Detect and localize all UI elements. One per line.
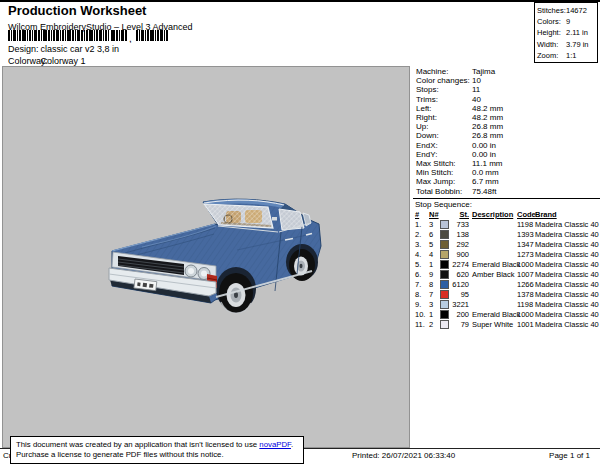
stop-needle-number: 1 xyxy=(429,310,440,320)
stop-needle-number: 1 xyxy=(429,260,440,270)
thread-color-swatch-cell xyxy=(440,230,451,240)
thread-brand: Madeira Classic 40 xyxy=(535,230,599,240)
machine-info-value: 75.48ft xyxy=(472,187,496,196)
thread-color-swatch-cell xyxy=(440,320,451,330)
thread-color-swatch xyxy=(440,300,449,309)
summary-row: Colors:9 xyxy=(537,16,595,27)
summary-row: Stitches:14672 xyxy=(537,5,595,16)
machine-info-value: 48.2 mm xyxy=(472,104,503,113)
thread-color-swatch-cell xyxy=(440,260,451,270)
thread-color-swatch xyxy=(440,280,449,289)
stop-needle-number: 4 xyxy=(429,250,440,260)
machine-info-row: Up:26.8 mm xyxy=(416,122,600,131)
stop-sequence-table: #N#St.DescriptionCodeBrand1.37331198Made… xyxy=(413,210,600,330)
thread-code: 1393 xyxy=(517,230,535,240)
stop-column-header: St. xyxy=(451,210,469,220)
summary-row: Height:2.11 in xyxy=(537,27,595,38)
page-title: Production Worksheet xyxy=(8,3,146,18)
design-label: Design: xyxy=(8,44,38,54)
stop-stitch-count: 2274 xyxy=(451,260,469,270)
stop-stitch-count: 79 xyxy=(451,320,469,330)
stop-column-header: Brand xyxy=(535,210,557,220)
machine-info-value: 11 xyxy=(472,85,480,94)
thread-color-swatch xyxy=(440,250,449,259)
stop-sequence-row: 10.1200Emerald Black1000Madeira Classic … xyxy=(415,310,600,320)
stop-stitch-count: 292 xyxy=(451,240,469,250)
machine-info-label: EndY: xyxy=(416,150,472,159)
thread-code: 1007 xyxy=(517,270,535,280)
stop-row-number: 2. xyxy=(415,230,429,240)
thread-description: Super White xyxy=(472,320,517,330)
thread-brand: Madeira Classic 40 xyxy=(535,220,599,230)
notice-line1-suffix: . xyxy=(291,440,293,449)
barcode: , xyxy=(8,30,176,43)
stop-sequence-row: 2.61381393Madeira Classic 40 xyxy=(415,230,600,240)
thread-brand: Madeira Classic 40 xyxy=(535,260,599,270)
stop-sequence-row: 7.861201266Madeira Classic 40 xyxy=(415,280,600,290)
machine-info-label: Trims: xyxy=(416,95,472,104)
summary-row: Width:3.79 in xyxy=(537,39,595,50)
machine-info-value: 0.00 in xyxy=(472,150,496,159)
thread-brand: Madeira Classic 40 xyxy=(535,300,599,310)
stop-column-header: Code xyxy=(517,210,535,220)
machine-info-list: Machine:TajimaColor changes:10Stops:11Tr… xyxy=(413,67,600,196)
thread-color-swatch-cell xyxy=(440,280,451,290)
design-value: classic car v2 3,8 in xyxy=(41,44,120,54)
thread-description: Amber Black xyxy=(472,270,517,280)
machine-info-row: Stops:11 xyxy=(416,85,600,94)
stop-stitch-count: 620 xyxy=(451,270,469,280)
stop-row-number: 7. xyxy=(415,280,429,290)
thread-color-swatch xyxy=(440,320,449,329)
machine-info-row: Total Bobbin:75.48ft xyxy=(416,187,600,196)
stop-needle-number: 8 xyxy=(429,280,440,290)
thread-description: Emerald Black xyxy=(472,260,517,270)
stop-stitch-count: 95 xyxy=(451,290,469,300)
machine-info-label: Total Bobbin: xyxy=(416,187,472,196)
thread-brand: Madeira Classic 40 xyxy=(535,240,599,250)
stop-row-number: 9. xyxy=(415,300,429,310)
stop-stitch-count: 200 xyxy=(451,310,469,320)
machine-info-value: 6.7 mm xyxy=(472,177,499,186)
stop-sequence-row: 4.49001273Madeira Classic 40 xyxy=(415,250,600,260)
stop-stitch-count: 3221 xyxy=(451,300,469,310)
notice-line2: Purchase a license to generate PDF files… xyxy=(16,450,298,460)
thread-color-swatch xyxy=(440,230,449,239)
thread-code: 1266 xyxy=(517,280,535,290)
machine-info-row: Right:48.2 mm xyxy=(416,113,600,122)
thread-code: 1378 xyxy=(517,290,535,300)
machine-info-label: Color changes: xyxy=(416,76,472,85)
machine-info-label: Max Stitch: xyxy=(416,159,472,168)
thread-brand: Madeira Classic 40 xyxy=(535,250,599,260)
novapdf-link[interactable]: novaPDF xyxy=(259,440,291,449)
thread-code: 1198 xyxy=(517,300,535,310)
machine-info-value: 26.8 mm xyxy=(472,131,503,140)
thread-color-swatch-cell xyxy=(440,240,451,250)
machine-info-value: Tajima xyxy=(472,67,495,76)
colorway-label: Colorway: xyxy=(8,56,38,66)
machine-info-label: Stops: xyxy=(416,85,472,94)
thread-code: 1000 xyxy=(517,310,535,320)
thread-color-swatch xyxy=(440,220,449,229)
stop-stitch-count: 900 xyxy=(451,250,469,260)
stop-stitch-count: 6120 xyxy=(451,280,469,290)
summary-value: 3.79 in xyxy=(566,40,589,49)
stop-row-number: 8. xyxy=(415,290,429,300)
machine-info-row: Min Stitch:0.0 mm xyxy=(416,168,600,177)
thread-color-swatch xyxy=(440,240,449,249)
machine-info-label: Machine: xyxy=(416,67,472,76)
car-embroidery-image xyxy=(96,190,338,342)
machine-info-label: EndX: xyxy=(416,141,472,150)
notice-line1-prefix: This document was created by an applicat… xyxy=(16,440,259,449)
stop-sequence-row: 1.37331198Madeira Classic 40 xyxy=(415,220,600,230)
summary-row: Zoom:1:1 xyxy=(537,50,595,61)
machine-info-value: 0.0 mm xyxy=(472,168,499,177)
colorway-value: Colorway 1 xyxy=(41,56,86,66)
stop-sequence-row: 9.332211198Madeira Classic 40 xyxy=(415,300,600,310)
machine-info-label: Left: xyxy=(416,104,472,113)
machine-info-row: EndY:0.00 in xyxy=(416,150,600,159)
stop-column-header: # xyxy=(415,210,429,220)
notice-line1: This document was created by an applicat… xyxy=(16,440,298,450)
section-divider xyxy=(413,198,600,199)
summary-label: Zoom: xyxy=(537,50,566,61)
machine-info-row: Trims:40 xyxy=(416,95,600,104)
